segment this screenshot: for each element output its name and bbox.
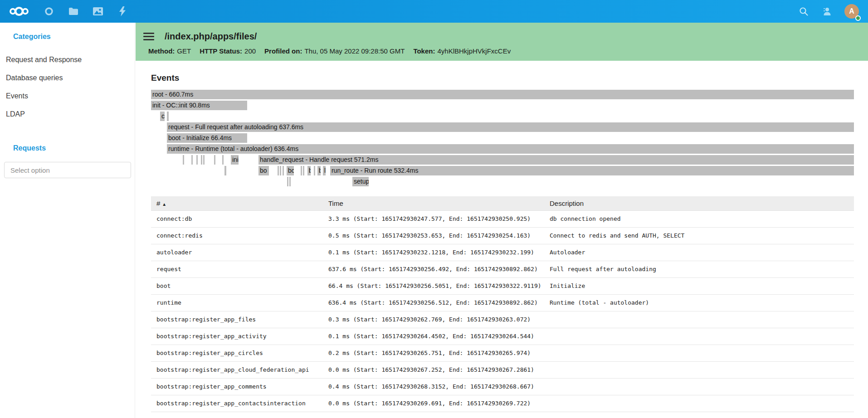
table-row: bootstrap:register_app_contactsinteracti…: [151, 395, 854, 412]
nextcloud-logo-icon[interactable]: [8, 5, 30, 18]
event-description: [550, 328, 854, 345]
event-name: bootstrap:register_app_comments: [151, 378, 328, 395]
photos-icon[interactable]: [93, 6, 103, 17]
timeline-row: c: [151, 112, 854, 122]
event-bar: [301, 166, 302, 175]
events-table: #▲TimeDescription connect:db3.3 ms (Star…: [151, 196, 854, 412]
event-time: 0.0 ms (Start: 1651742930269.691, End: 1…: [328, 395, 550, 412]
hamburger-menu-icon[interactable]: [143, 31, 154, 42]
requests-heading: Requests: [0, 144, 135, 152]
profile-header: /index.php/apps/files/ Method:GETHTTP St…: [136, 23, 868, 61]
contacts-icon[interactable]: [821, 6, 832, 17]
event-description: [550, 311, 854, 328]
column-header-description[interactable]: Description: [550, 196, 854, 210]
event-bar: [224, 166, 226, 175]
event-name: bootstrap:register_app_circles: [151, 345, 328, 361]
topbar: A: [0, 0, 868, 23]
event-time: 0.3 ms (Start: 1651742930262.769, End: 1…: [328, 311, 550, 328]
event-description: Autoloader: [550, 244, 854, 261]
meta-token: Token:4yhKlBHkjpHVkjFxcCEv: [413, 47, 511, 55]
meta-label: Token:: [413, 47, 435, 55]
activity-icon[interactable]: [117, 6, 128, 17]
table-row: bootstrap:register_app_circles0.2 ms (St…: [151, 345, 854, 361]
search-icon[interactable]: [798, 6, 809, 17]
event-bar: [201, 155, 202, 165]
topbar-right: A: [798, 4, 868, 19]
sidebar-item-events[interactable]: Events: [0, 87, 135, 105]
meta-http-status: HTTP Status:200: [200, 47, 256, 55]
timeline-row: request - Full request after autoloading…: [151, 122, 854, 133]
meta-label: Method:: [148, 47, 175, 55]
event-name: connect:redis: [151, 227, 328, 244]
meta-label: Profiled on:: [264, 47, 302, 55]
table-row: connect:redis0.5 ms (Start: 165174293025…: [151, 227, 854, 244]
event-bar: handle_request - Handle request 571.2ms: [258, 155, 854, 165]
event-description: Full request after autoloading: [550, 261, 854, 277]
status-dot-icon: [855, 15, 861, 21]
column-header-[interactable]: #▲: [151, 196, 328, 210]
request-select-input[interactable]: [4, 162, 131, 178]
event-time: 0.0 ms (Start: 1651742930267.252, End: 1…: [328, 361, 550, 378]
dashboard-icon[interactable]: [44, 6, 54, 17]
main-area: /index.php/apps/files/ Method:GETHTTP St…: [136, 0, 868, 412]
event-bar: [203, 155, 205, 165]
timeline-row: bobobblrun_route - Run route 532.4ms: [151, 166, 854, 177]
event-bar: [303, 166, 304, 175]
event-time: 0.2 ms (Start: 1651742930265.751, End: 1…: [328, 345, 550, 361]
meta-value: Thu, 05 May 2022 09:28:50 GMT: [304, 47, 405, 55]
timeline-row: init - OC::init 90.8ms: [151, 101, 854, 112]
event-name: boot: [151, 277, 328, 294]
meta-method: Method:GET: [148, 47, 191, 55]
event-time: 3.3 ms (Start: 1651742930247.577, End: 1…: [328, 210, 550, 227]
timeline-row: setup: [151, 177, 854, 188]
event-name: runtime: [151, 294, 328, 311]
event-bar: bo: [258, 166, 269, 175]
event-bar: [278, 166, 279, 175]
event-name: bootstrap:register_app_contactsinteracti…: [151, 395, 328, 412]
event-bar: [283, 166, 284, 175]
event-bar: request - Full request after autoloading…: [167, 122, 854, 132]
event-description: Runtime (total - autoloader): [550, 294, 854, 311]
event-bar: b: [307, 166, 311, 175]
event-bar: bo: [287, 166, 294, 175]
event-bar: c: [160, 112, 165, 121]
event-bar: [289, 177, 291, 186]
event-description: Initialize: [550, 277, 854, 294]
table-row: request637.6 ms (Start: 1651742930256.49…: [151, 261, 854, 277]
sidebar-item-database-queries[interactable]: Database queries: [0, 69, 135, 87]
events-timeline: root - 660.7msinit - OC::init 90.8mscreq…: [151, 90, 854, 188]
event-bar: [214, 155, 215, 165]
event-bar: b: [317, 166, 321, 175]
event-bar: setup: [352, 177, 369, 186]
event-time: 0.1 ms (Start: 1651742930264.4502, End: …: [328, 328, 550, 345]
avatar[interactable]: A: [844, 4, 859, 19]
event-time: 0.4 ms (Start: 1651742930268.3152, End: …: [328, 378, 550, 395]
sort-ascending-icon: ▲: [162, 202, 166, 207]
event-bar: ini: [231, 155, 239, 165]
timeline-row: inihandle_request - Handle request 571.2…: [151, 155, 854, 166]
timeline-row: runtime - Runtime (total - autoloader) 6…: [151, 144, 854, 155]
sidebar-item-ldap[interactable]: LDAP: [0, 105, 135, 123]
topbar-apps: [0, 5, 128, 18]
event-name: bootstrap:register_app_files: [151, 311, 328, 328]
event-bar: boot - Initialize 66.4ms: [167, 133, 247, 143]
table-row: boot66.4 ms (Start: 1651742930256.5051, …: [151, 277, 854, 294]
events-heading: Events: [151, 73, 854, 83]
timeline-row: boot - Initialize 66.4ms: [151, 133, 854, 144]
event-time: 0.1 ms (Start: 1651742930232.1218, End: …: [328, 244, 550, 261]
event-time: 66.4 ms (Start: 1651742930256.5051, End:…: [328, 277, 550, 294]
column-header-time[interactable]: Time: [328, 196, 550, 210]
event-description: [550, 378, 854, 395]
event-bar: [222, 155, 224, 165]
event-bar: [280, 166, 281, 175]
table-row: autoloader0.1 ms (Start: 1651742930232.1…: [151, 244, 854, 261]
event-name: bootstrap:register_app_activity: [151, 328, 328, 345]
meta-value: 4yhKlBHkjpHVkjFxcCEv: [437, 47, 511, 55]
meta-value: GET: [177, 47, 191, 55]
page-title: /index.php/apps/files/: [165, 31, 257, 42]
event-bar: [191, 155, 193, 165]
event-name: request: [151, 261, 328, 277]
table-row: runtime636.4 ms (Start: 1651742930256.51…: [151, 294, 854, 311]
files-folder-icon[interactable]: [68, 6, 79, 17]
sidebar-item-request-and-response[interactable]: Request and Response: [0, 51, 135, 69]
